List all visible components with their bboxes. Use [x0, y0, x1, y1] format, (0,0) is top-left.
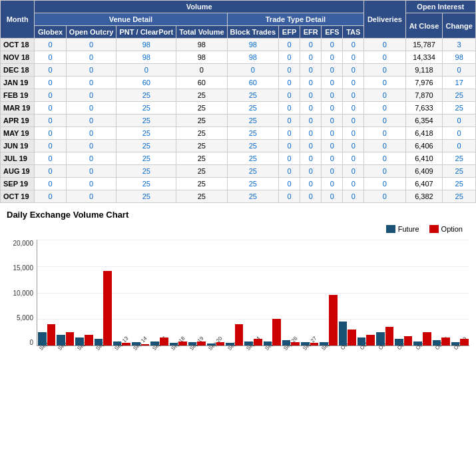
future-bar: [57, 335, 65, 345]
volume-header: Volume: [35, 1, 364, 13]
table-cell: 6,409: [405, 165, 443, 178]
table-cell: 0: [322, 114, 343, 127]
future-legend-box: [386, 225, 395, 233]
table-cell: 25: [176, 190, 227, 203]
table-cell: 0: [364, 51, 405, 64]
table-cell: 0: [343, 165, 364, 178]
option-bar: [66, 332, 75, 345]
option-bar: [141, 344, 150, 345]
table-cell: 0: [35, 127, 67, 140]
bar-group: [394, 336, 413, 345]
table-cell: 14,334: [405, 51, 443, 64]
table-cell: 0: [300, 51, 322, 64]
table-cell: JUN 19: [1, 140, 35, 152]
table-cell: 7,633: [405, 102, 443, 114]
table-cell: 0: [35, 114, 67, 127]
bar-group: [131, 342, 150, 345]
bar-group: [75, 335, 93, 345]
change-header: Change: [443, 13, 476, 39]
future-bar: [282, 340, 291, 345]
table-cell: 0: [279, 114, 300, 127]
option-bar: [329, 295, 338, 345]
table-cell: 0: [279, 140, 300, 152]
table-cell: 0: [343, 152, 364, 165]
table-cell: FEB 19: [1, 89, 35, 102]
bar-group: [338, 322, 357, 345]
table-cell: 25: [176, 178, 227, 190]
table-cell: 98: [117, 51, 176, 64]
table-cell: 0: [322, 165, 343, 178]
table-cell: 25: [227, 114, 278, 127]
future-bar: [207, 343, 216, 345]
table-cell: 25: [176, 89, 227, 102]
table-cell: 0: [343, 102, 364, 114]
option-bar: [460, 339, 469, 345]
table-cell: 0: [279, 165, 300, 178]
table-cell: 0: [279, 64, 300, 77]
table-cell: 0: [343, 51, 364, 64]
future-bar: [38, 332, 47, 345]
table-cell: 0: [343, 140, 364, 152]
chart-section: Daily Exchange Volume Chart Future Optio…: [0, 203, 476, 360]
table-cell: 98: [227, 39, 278, 51]
bar-group: [244, 339, 262, 345]
table-cell: 0: [66, 77, 117, 89]
total-header: Total Volume: [176, 26, 227, 39]
table-cell: 0: [300, 140, 322, 152]
table-cell: 0: [35, 178, 67, 190]
future-bar: [132, 342, 140, 345]
table-cell: 0: [343, 64, 364, 77]
table-cell: 0: [66, 152, 117, 165]
table-cell: 0: [300, 102, 322, 114]
table-cell: MAR 19: [1, 102, 35, 114]
future-legend-label: Future: [398, 225, 419, 233]
volume-table: Month Volume Deliveries Open Interest Ve…: [0, 0, 476, 203]
bar-group: [94, 271, 113, 345]
bar-group: [225, 324, 244, 345]
table-cell: 25: [117, 127, 176, 140]
table-cell: 0: [343, 39, 364, 51]
option-bar: [272, 319, 281, 345]
table-cell: 0: [364, 165, 405, 178]
table-cell: 98: [227, 51, 278, 64]
table-cell: 0: [227, 64, 278, 77]
future-bar: [395, 339, 403, 345]
month-header: Month: [1, 1, 35, 39]
bar-group: [206, 342, 225, 345]
table-cell: 25: [176, 127, 227, 140]
table-cell: 0: [66, 64, 117, 77]
table-cell: 0: [300, 114, 322, 127]
table-cell: 0: [66, 39, 117, 51]
table-cell: 25: [117, 102, 176, 114]
future-legend: Future: [386, 225, 419, 233]
table-cell: 25: [176, 165, 227, 178]
tas-header: TAS: [343, 26, 364, 39]
table-cell: 25: [117, 152, 176, 165]
table-cell: 0: [279, 152, 300, 165]
table-cell: 60: [176, 77, 227, 89]
table-cell: 0: [364, 89, 405, 102]
table-cell: 0: [364, 127, 405, 140]
table-cell: 0: [322, 190, 343, 203]
table-cell: 17: [443, 77, 476, 89]
table-cell: OCT 19: [1, 190, 35, 203]
option-legend-label: Option: [441, 225, 463, 233]
option-bar: [178, 341, 187, 345]
bar-group: [375, 327, 394, 345]
table-cell: 25: [227, 178, 278, 190]
bar-group: [37, 324, 56, 345]
block-header: Block Trades: [227, 26, 278, 39]
table-cell: 0: [66, 178, 117, 190]
future-bar: [150, 341, 159, 345]
table-cell: 0: [443, 64, 476, 77]
bar-group: [413, 332, 431, 345]
table-cell: 0: [322, 140, 343, 152]
option-legend-box: [429, 225, 439, 233]
future-bar: [226, 343, 234, 345]
table-cell: 25: [176, 140, 227, 152]
option-bar: [254, 339, 262, 345]
table-cell: APR 19: [1, 114, 35, 127]
table-cell: 0: [300, 178, 322, 190]
bar-group: [451, 339, 469, 345]
table-cell: 0: [300, 165, 322, 178]
